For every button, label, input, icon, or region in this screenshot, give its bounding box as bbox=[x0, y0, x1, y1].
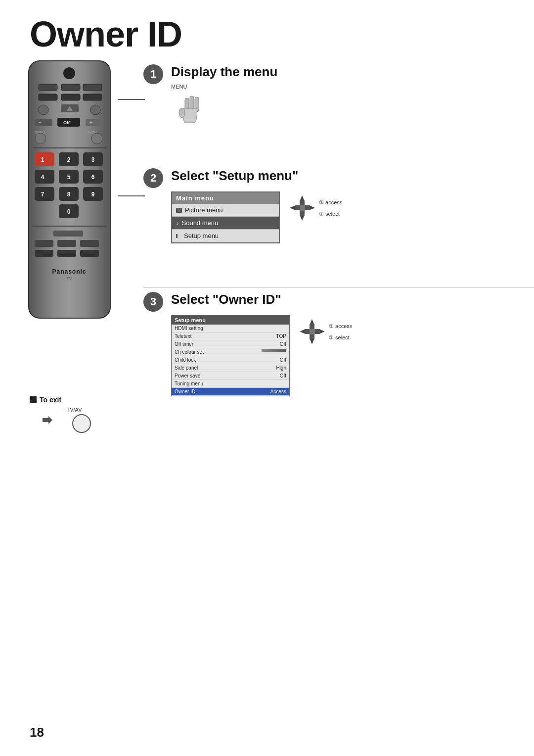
setup-row-offtimer: Off timer Off bbox=[172, 340, 289, 348]
page-number: 18 bbox=[30, 725, 44, 740]
step2-heading: Select "Setup menu" bbox=[171, 168, 342, 184]
svg-rect-74 bbox=[310, 329, 315, 334]
step3-heading: Select "Owner ID" bbox=[171, 292, 352, 307]
step3-badge: 3 bbox=[143, 292, 163, 312]
step1-content: Display the menu MENU bbox=[171, 64, 277, 131]
dpad-icon bbox=[289, 194, 316, 222]
remote-control: − OK + MENU TV/AV 1 2 3 4 5 6 7 8 9 bbox=[24, 58, 118, 331]
setup-row-powersave: Power save Off bbox=[172, 372, 289, 380]
svg-text:6: 6 bbox=[91, 174, 95, 181]
step2-nav-hint-select: ① select bbox=[319, 211, 342, 217]
svg-rect-5 bbox=[39, 94, 57, 100]
menu-press-icon bbox=[171, 92, 206, 131]
setup-row-chcolour: Ch colour set bbox=[172, 348, 289, 356]
setup-row-teletext: Teletext TOP bbox=[172, 332, 289, 340]
svg-rect-2 bbox=[39, 84, 57, 91]
step3-content: Select "Owner ID" Setup menu HDMI settin… bbox=[171, 292, 352, 396]
svg-point-21 bbox=[91, 133, 102, 144]
svg-text:Panasonic: Panasonic bbox=[52, 268, 86, 275]
svg-text:TV: TV bbox=[66, 276, 72, 281]
to-exit-label: To exit bbox=[30, 396, 91, 404]
svg-rect-49 bbox=[57, 250, 76, 257]
step1-container: 1 Display the menu MENU bbox=[143, 64, 277, 131]
svg-rect-12 bbox=[35, 119, 52, 126]
separator-line bbox=[143, 287, 534, 287]
connector-line-1 bbox=[118, 99, 145, 100]
svg-rect-7 bbox=[83, 94, 102, 100]
main-menu-box: Main menu Picture menu ♪ Sound menu Setu… bbox=[171, 191, 280, 243]
setup-menu-box: Setup menu HDMI setting Teletext TOP Off… bbox=[171, 315, 290, 396]
svg-text:3: 3 bbox=[91, 156, 95, 163]
step2-badge: 2 bbox=[143, 168, 163, 188]
svg-rect-65 bbox=[300, 205, 305, 211]
svg-rect-46 bbox=[57, 240, 76, 247]
svg-point-20 bbox=[35, 133, 46, 144]
svg-point-1 bbox=[63, 67, 75, 79]
svg-text:9: 9 bbox=[91, 191, 95, 198]
setup-row-tuning: Tuning menu bbox=[172, 380, 289, 388]
setup-row-ownerid: Owner ID Access bbox=[172, 388, 289, 396]
menu-item-picture: Picture menu bbox=[172, 204, 279, 217]
setup-row-sidepanel: Side panel High bbox=[172, 364, 289, 372]
step3-nav-hint: ② access ① select bbox=[299, 318, 352, 345]
page-title: Owner ID bbox=[30, 14, 182, 54]
svg-rect-4 bbox=[83, 84, 102, 91]
svg-rect-35 bbox=[35, 187, 54, 201]
svg-rect-6 bbox=[61, 94, 80, 100]
svg-rect-45 bbox=[35, 240, 53, 247]
step3-nav-hint-access: ② access bbox=[329, 323, 352, 330]
menu-button-label: MENU bbox=[171, 84, 277, 90]
svg-rect-47 bbox=[80, 240, 99, 247]
step2-content: Select "Setup menu" Main menu Picture me… bbox=[171, 168, 342, 243]
svg-rect-48 bbox=[35, 250, 53, 257]
svg-rect-43 bbox=[33, 226, 108, 227]
tvav-button bbox=[72, 414, 91, 433]
svg-text:0: 0 bbox=[67, 208, 71, 215]
step3-nav-hint-select: ① select bbox=[329, 334, 352, 341]
svg-rect-22 bbox=[33, 147, 108, 148]
svg-rect-44 bbox=[53, 231, 83, 236]
setup-icon bbox=[176, 234, 181, 238]
sound-icon: ♪ bbox=[176, 220, 179, 226]
step2-nav-hint-access: ② access bbox=[319, 199, 342, 206]
svg-text:4: 4 bbox=[41, 174, 44, 181]
menu-item-sound: ♪ Sound menu bbox=[172, 217, 279, 230]
step1-heading: Display the menu bbox=[171, 64, 277, 80]
svg-text:8: 8 bbox=[67, 191, 71, 198]
svg-text:5: 5 bbox=[67, 174, 71, 181]
main-menu-title: Main menu bbox=[172, 192, 279, 204]
svg-marker-75 bbox=[43, 416, 52, 424]
dpad-icon-3 bbox=[299, 318, 326, 345]
tvav-label: TV/AV bbox=[67, 407, 82, 413]
setup-row-childlock: Child lock Off bbox=[172, 356, 289, 364]
svg-rect-50 bbox=[80, 250, 99, 257]
step3-container: 3 Select "Owner ID" Setup menu HDMI sett… bbox=[143, 292, 352, 396]
step2-nav-hint: ② access ① select bbox=[289, 194, 342, 222]
svg-text:7: 7 bbox=[41, 191, 44, 198]
svg-text:+: + bbox=[89, 120, 92, 125]
picture-icon bbox=[176, 208, 182, 213]
svg-text:OK: OK bbox=[63, 120, 70, 125]
svg-point-11 bbox=[90, 105, 100, 115]
step2-container: 2 Select "Setup menu" Main menu Picture … bbox=[143, 168, 342, 243]
svg-rect-29 bbox=[35, 170, 54, 184]
svg-text:1: 1 bbox=[41, 156, 44, 163]
svg-point-8 bbox=[39, 105, 48, 115]
connector-line-2 bbox=[118, 195, 145, 196]
svg-rect-16 bbox=[86, 119, 103, 126]
svg-text:−: − bbox=[39, 120, 42, 125]
square-bullet bbox=[30, 396, 37, 403]
menu-item-setup: Setup menu bbox=[172, 230, 279, 242]
arrow-right-icon bbox=[43, 416, 52, 424]
setup-menu-title: Setup menu bbox=[172, 316, 289, 325]
svg-point-56 bbox=[179, 108, 185, 118]
setup-row-hdmi: HDMI setting bbox=[172, 325, 289, 332]
to-exit-section: To exit TV/AV bbox=[30, 396, 91, 433]
svg-rect-3 bbox=[61, 84, 80, 91]
step1-badge: 1 bbox=[143, 64, 163, 84]
svg-text:2: 2 bbox=[67, 156, 71, 163]
svg-rect-23 bbox=[35, 152, 54, 166]
